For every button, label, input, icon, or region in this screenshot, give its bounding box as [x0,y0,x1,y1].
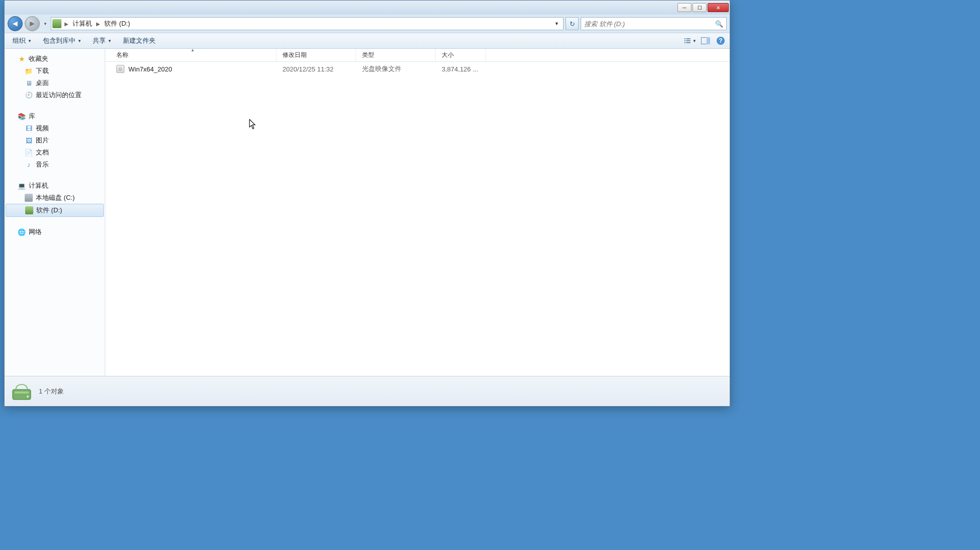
col-name-label: 名称 [116,51,128,59]
status-bar: 1 个对象 [5,376,730,406]
col-date-label: 修改日期 [283,51,307,59]
sidebar-item-label: 视频 [36,124,49,133]
column-header-size[interactable]: 大小 [436,49,486,61]
sidebar-item-drive-c[interactable]: 本地磁盘 (C:) [5,192,105,204]
computer-icon: 💻 [18,182,26,190]
libraries-label: 库 [29,112,35,121]
sidebar-item-videos[interactable]: 🎞 视频 [5,122,105,134]
disk-icon [25,194,33,202]
toolbar: 组织 ▼ 包含到库中 ▼ 共享 ▼ 新建文件夹 ▼ ? [5,33,730,49]
status-text: 1 个对象 [39,387,64,396]
path-segment-computer[interactable]: 计算机 [72,18,93,29]
share-button[interactable]: 共享 ▼ [88,34,117,47]
include-library-label: 包含到库中 [43,36,76,45]
help-button[interactable]: ? [715,35,727,47]
folder-icon: 📁 [25,67,33,75]
svg-rect-3 [686,40,690,41]
sidebar-item-pictures[interactable]: 🖼 图片 [5,134,105,146]
svg-rect-11 [15,391,29,394]
sidebar-item-label: 桌面 [36,78,49,88]
explorer-window: ─ ☐ ✕ ◄ ► ▼ ▶ 计算机 ▶ 软件 (D:) ▼ ↻ 🔍 组织 ▼ 包… [4,0,730,407]
preview-pane-button[interactable] [699,35,712,47]
sidebar-item-label: 最近访问的位置 [36,91,82,100]
svg-rect-1 [686,38,690,39]
sidebar-item-desktop[interactable]: 🖥 桌面 [5,77,105,89]
view-mode-button[interactable]: ▼ [684,35,696,47]
file-name: Win7x64_2020 [128,65,172,73]
content-pane: 名称 ▲ 修改日期 类型 大小 ⊙ Win7x64_2020 [105,49,730,376]
svg-rect-0 [684,38,685,39]
back-button[interactable]: ◄ [8,16,23,31]
address-bar[interactable]: ▶ 计算机 ▶ 软件 (D:) ▼ [51,17,564,30]
new-folder-button[interactable]: 新建文件夹 [118,34,161,47]
favorites-label: 收藏夹 [29,54,48,63]
path-segment-drive[interactable]: 软件 (D:) [103,18,131,29]
path-separator-icon: ▶ [96,21,100,27]
library-icon: 📚 [18,112,26,120]
status-drive-icon [11,380,33,403]
sort-indicator-icon: ▲ [191,48,195,52]
column-header-date[interactable]: 修改日期 [276,49,356,61]
svg-rect-2 [684,40,685,41]
organize-button[interactable]: 组织 ▼ [8,34,37,47]
network-icon: 🌐 [18,228,26,236]
chevron-down-icon: ▼ [692,39,696,43]
sidebar-item-downloads[interactable]: 📁 下载 [5,65,105,77]
refresh-button[interactable]: ↻ [566,17,579,30]
recent-icon: 🕘 [25,91,33,99]
sidebar-item-label: 图片 [36,136,49,145]
svg-rect-10 [13,389,31,400]
disk-icon [25,206,33,214]
organize-label: 组织 [13,36,26,45]
col-type-label: 类型 [362,51,374,59]
sidebar-item-drive-d[interactable]: 软件 (D:) [6,204,104,217]
nav-history-dropdown[interactable]: ▼ [42,22,49,26]
column-header-name[interactable]: 名称 ▲ [105,49,276,61]
column-header-row: 名称 ▲ 修改日期 类型 大小 [105,49,730,62]
search-box[interactable]: 🔍 [581,17,727,30]
sidebar-libraries-header[interactable]: 📚 库 [5,110,105,122]
column-header-type[interactable]: 类型 [356,49,436,61]
sidebar-computer-header[interactable]: 💻 计算机 [5,180,105,192]
file-list: ⊙ Win7x64_2020 2020/12/25 11:32 光盘映像文件 3… [105,62,730,376]
window-controls: ─ ☐ ✕ [677,3,730,12]
sidebar-item-recent[interactable]: 🕘 最近访问的位置 [5,89,105,101]
search-input[interactable] [584,20,715,28]
file-row[interactable]: ⊙ Win7x64_2020 2020/12/25 11:32 光盘映像文件 3… [105,62,730,76]
document-icon: 📄 [25,148,33,156]
sidebar-network-header[interactable]: 🌐 网络 [5,226,105,238]
iso-file-icon: ⊙ [116,65,124,73]
body: ★ 收藏夹 📁 下载 🖥 桌面 🕘 最近访问的位置 📚 [5,49,730,376]
sidebar-item-label: 本地磁盘 (C:) [36,193,75,202]
include-library-button[interactable]: 包含到库中 ▼ [38,34,87,47]
sidebar: ★ 收藏夹 📁 下载 🖥 桌面 🕘 最近访问的位置 📚 [5,49,105,376]
minimize-button[interactable]: ─ [677,3,691,12]
share-label: 共享 [93,36,106,45]
path-separator-icon: ▶ [64,21,68,27]
svg-rect-5 [686,42,690,43]
picture-icon: 🖼 [25,136,33,144]
sidebar-item-documents[interactable]: 📄 文档 [5,146,105,159]
sidebar-item-label: 音乐 [36,160,49,169]
maximize-button[interactable]: ☐ [692,3,707,12]
chevron-down-icon: ▼ [28,39,32,43]
sidebar-item-label: 下载 [36,66,49,75]
tree-group-libraries: 📚 库 🎞 视频 🖼 图片 📄 文档 ♪ 音乐 [5,110,105,171]
music-icon: ♪ [25,161,33,169]
svg-point-12 [27,396,29,398]
file-cell-type: 光盘映像文件 [356,64,436,73]
sidebar-favorites-header[interactable]: ★ 收藏夹 [5,53,105,65]
forward-button[interactable]: ► [25,16,40,31]
network-label: 网络 [29,227,42,237]
titlebar: ─ ☐ ✕ [5,1,730,15]
sidebar-item-label: 软件 (D:) [36,206,62,215]
sidebar-item-music[interactable]: ♪ 音乐 [5,159,105,171]
svg-rect-4 [684,42,685,43]
chevron-down-icon: ▼ [108,39,112,43]
desktop-icon: 🖥 [25,79,33,87]
address-dropdown[interactable]: ▼ [551,21,562,26]
search-icon: 🔍 [715,20,723,28]
file-cell-size: 3,874,126 ... [436,65,486,73]
close-button[interactable]: ✕ [708,3,729,12]
tree-group-favorites: ★ 收藏夹 📁 下载 🖥 桌面 🕘 最近访问的位置 [5,53,105,101]
